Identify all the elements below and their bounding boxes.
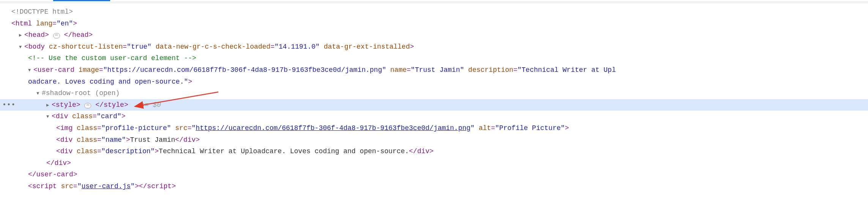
- name-div-node[interactable]: <div class="name">Trust Jamin</div>: [0, 134, 868, 146]
- style-node-selected[interactable]: ••• ▶<style> ⋯ </style> == $0: [0, 99, 868, 111]
- body-open-tag[interactable]: ▼<body cz-shortcut-listen="true" data-ne…: [0, 41, 868, 53]
- collapse-toggle-icon[interactable]: ▼: [36, 90, 42, 97]
- gutter-menu-icon[interactable]: •••: [2, 99, 16, 111]
- html-open-tag[interactable]: <html lang="en">: [0, 18, 868, 30]
- user-card-open-tag-wrap[interactable]: oadcare. Loves coding and open-source.">: [0, 76, 868, 88]
- panel-top-edge: [0, 1, 868, 3]
- collapse-toggle-icon[interactable]: ▼: [46, 113, 52, 121]
- user-card-open-tag[interactable]: ▼<user-card image="https://ucarecdn.com/…: [0, 64, 868, 76]
- description-div-node[interactable]: <div class="description">Technical Write…: [0, 146, 868, 157]
- doctype-node[interactable]: <!DOCTYPE html>: [0, 6, 868, 18]
- img-node[interactable]: <img class="profile-picture" src="https:…: [0, 122, 868, 134]
- user-card-close-tag[interactable]: </user-card>: [0, 169, 868, 181]
- card-div-close[interactable]: </div>: [0, 157, 868, 169]
- script-node[interactable]: <script src="user-card.js"></script>: [0, 181, 868, 192]
- collapse-toggle-icon[interactable]: ▼: [28, 67, 33, 74]
- collapsed-badge-icon[interactable]: ⋯: [53, 33, 60, 38]
- collapse-toggle-icon[interactable]: ▼: [19, 43, 24, 51]
- shadow-root-node[interactable]: ▼#shadow-root (open): [0, 87, 868, 99]
- expand-toggle-icon[interactable]: ▶: [19, 32, 24, 39]
- comment-node[interactable]: <!-- Use the custom user-card element --…: [0, 52, 868, 64]
- selected-element-hint: == $0: [140, 101, 161, 109]
- head-node[interactable]: ▶<head> ⋯ </head>: [0, 29, 868, 41]
- doctype-text: <!DOCTYPE html>: [11, 8, 73, 16]
- expand-toggle-icon[interactable]: ▶: [46, 101, 52, 109]
- img-src-link[interactable]: https://ucarecdn.com/6618f7fb-306f-4da8-…: [196, 124, 470, 132]
- collapsed-badge-icon[interactable]: ⋯: [84, 103, 91, 108]
- devtools-elements-panel: <!DOCTYPE html> <html lang="en"> ▶<head>…: [0, 0, 868, 195]
- card-div-open[interactable]: ▼<div class="card">: [0, 111, 868, 122]
- script-src-link[interactable]: user-card.js: [81, 182, 131, 190]
